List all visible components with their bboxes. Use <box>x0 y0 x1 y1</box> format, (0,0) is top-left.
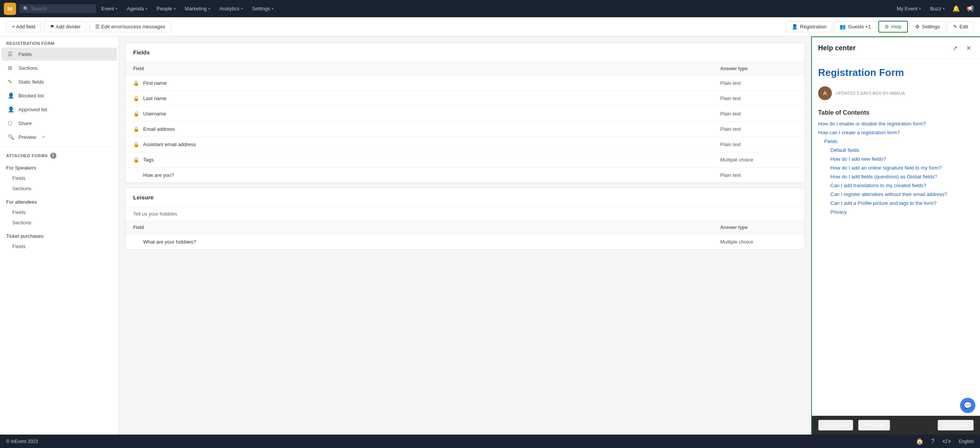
logout-button[interactable]: ⎋ ⎋ Logout <box>937 420 974 431</box>
gear-icon: ⚙ <box>915 24 920 30</box>
search-input[interactable] <box>31 6 85 12</box>
dash-button[interactable]: ⊞ ⊞ Dash <box>818 420 853 431</box>
author-updated-text: UPDATED 5 DAYS AGO BY AMALIA <box>836 91 905 96</box>
table-row[interactable]: 🔒 Assistant email address Plain text <box>125 137 805 152</box>
field-email: Email address <box>143 126 720 132</box>
field-how-are-you: How are you? <box>143 172 720 178</box>
help-button[interactable]: ⚙ Help <box>878 21 908 33</box>
sidebar-item-share[interactable]: ⬡ Share <box>2 117 117 130</box>
speakers-fields[interactable]: Fields <box>0 173 119 183</box>
edit-messages-button[interactable]: ☰ Edit error/success messages <box>89 21 171 32</box>
toc-link-1[interactable]: How do I enable or disable the registrat… <box>818 121 974 127</box>
table-row[interactable]: 🔒 Username Plain text <box>125 106 805 122</box>
blocked-list-icon: 👤 <box>8 92 15 99</box>
dash-icon: ⊞ <box>824 422 828 428</box>
answer-type-column-header: Answer type <box>720 66 797 71</box>
toc-link-9[interactable]: Can I register attendees without their e… <box>818 191 974 197</box>
sidebar-item-preview[interactable]: 🔍 Preview ↗ <box>2 130 117 143</box>
search-icon: 🔍 <box>23 6 29 12</box>
notification-bell-icon[interactable]: 🔔 <box>950 3 962 15</box>
lock-icon: 🔒 <box>133 111 139 117</box>
footer-edit-button[interactable]: ✎ ✎ Edit <box>858 420 890 431</box>
open-external-icon[interactable]: ↗ <box>949 43 960 53</box>
sidebar-item-blocked-list[interactable]: 👤 Blocked list <box>2 89 117 102</box>
toc-link-11[interactable]: Privacy <box>818 209 974 215</box>
table-row[interactable]: 🔒 How are you? Plain text <box>125 168 805 183</box>
nav-people[interactable]: People ▾ <box>153 4 179 13</box>
answer-type-tags: Multiple choice <box>720 157 797 163</box>
nav-marketing[interactable]: Marketing ▾ <box>181 4 214 13</box>
table-row[interactable]: 🔒 First name Plain text <box>125 76 805 91</box>
person-icon: 👤 <box>792 24 798 30</box>
people-icon: 👥 <box>840 24 846 30</box>
for-speakers-label: For Speakers <box>0 163 119 173</box>
language-selector[interactable]: English <box>959 439 974 444</box>
fields-form-section: Fields Field Answer type 🔒 First name Pl… <box>125 43 805 183</box>
field-assistant-email: Assistant email address <box>143 142 720 147</box>
toc-link-2[interactable]: How can I create a registration form? <box>818 130 974 135</box>
preview-icon: 🔍 <box>8 134 15 140</box>
answer-type-last-name: Plain text <box>720 96 797 101</box>
attendees-fields[interactable]: Fields <box>0 207 119 217</box>
chevron-down-icon: ▾ <box>208 7 210 11</box>
table-row[interactable]: 🔒 Last name Plain text <box>125 91 805 106</box>
field-last-name: Last name <box>143 96 720 101</box>
nav-event[interactable]: Event ▾ <box>97 4 121 13</box>
attendees-sections[interactable]: Sections <box>0 217 119 228</box>
chevron-down-icon: ▾ <box>174 7 176 11</box>
help-article-title: Registration Form <box>818 67 974 79</box>
toc-link-7[interactable]: How do I add fields (questions) as Globa… <box>818 174 974 180</box>
toc-link-3[interactable]: Fields <box>818 138 974 144</box>
logo[interactable]: ie <box>4 3 16 15</box>
toc-link-8[interactable]: Can I add translations to my created fie… <box>818 183 974 188</box>
lock-icon: 🔒 <box>133 142 139 147</box>
nav-my-event[interactable]: My Event ▾ <box>893 4 925 13</box>
ticket-purchases-label: Ticket purchases <box>0 231 119 241</box>
edit-button[interactable]: ✎ Edit <box>947 21 974 32</box>
fields-icon: ☰ <box>8 51 15 57</box>
help-panel-header: Help center ↗ ✕ <box>812 37 980 59</box>
table-row[interactable]: 🔒 What are your hobbies? Multiple choice <box>125 234 805 249</box>
code-icon[interactable]: </> <box>942 438 951 445</box>
sidebar-item-approved-list[interactable]: 👤 Approved list <box>2 103 117 116</box>
sidebar: REGISTRATION FORM ☰ Fields ⊞ Sections ✎ … <box>0 36 119 435</box>
attached-for-attendees: For attendees Fields Sections <box>0 195 119 229</box>
answer-type-first-name: Plain text <box>720 80 797 86</box>
home-icon[interactable]: 🏠 <box>916 438 924 445</box>
search-box[interactable]: 🔍 <box>19 4 96 13</box>
fields-table-header: Field Answer type <box>125 62 805 76</box>
settings-button[interactable]: ⚙ Settings <box>909 21 946 32</box>
sidebar-item-sections[interactable]: ⊞ Sections <box>2 61 117 74</box>
guests-button[interactable]: 👥 Guests +1 <box>834 21 877 32</box>
registration-button[interactable]: 👤 Registration <box>786 21 832 32</box>
answer-type-how-are-you: Plain text <box>720 172 797 178</box>
help-icon[interactable]: ? <box>931 438 935 445</box>
table-row[interactable]: 🔒 Tags Multiple choice <box>125 152 805 168</box>
add-field-button[interactable]: + Add field <box>6 21 41 32</box>
sidebar-item-fields[interactable]: ☰ Fields <box>2 48 117 61</box>
pencil-icon: ✎ <box>953 24 957 30</box>
table-row[interactable]: 🔒 Email address Plain text <box>125 122 805 137</box>
bottom-bar: ® InEvent 2023 🏠 ? </> English <box>0 435 980 448</box>
chat-bubble-button[interactable]: 💬 <box>960 398 975 413</box>
nav-buzz[interactable]: Buzz ▾ <box>926 4 949 13</box>
avatar: A <box>818 86 832 100</box>
add-divider-button[interactable]: ⚑ Add divider <box>44 21 86 32</box>
toc-link-6[interactable]: How do I add an online signature field t… <box>818 165 974 171</box>
toc-link-4[interactable]: Default fields <box>818 147 974 153</box>
top-navigation: ie 🔍 Event ▾ Agenda ▾ People ▾ Marketing… <box>0 0 980 17</box>
info-icon: i <box>50 153 56 159</box>
nav-analytics[interactable]: Analytics ▾ <box>216 4 247 13</box>
ticket-fields[interactable]: Fields <box>0 241 119 252</box>
toc-link-10[interactable]: Can I add a Profile picture and tags to … <box>818 200 974 206</box>
sidebar-item-static-fields[interactable]: ✎ Static fields <box>2 75 117 88</box>
nav-settings[interactable]: Settings ▾ <box>248 4 277 13</box>
nav-agenda[interactable]: Agenda ▾ <box>123 4 151 13</box>
alert-icon[interactable]: 📢 <box>964 3 976 15</box>
speakers-sections[interactable]: Sections <box>0 183 119 194</box>
toc-link-5[interactable]: How do I add new fields? <box>818 156 974 162</box>
close-icon[interactable]: ✕ <box>963 43 974 53</box>
leisure-table-header: Field Answer type <box>125 221 805 234</box>
chevron-down-icon: ▾ <box>145 7 147 11</box>
field-column-header2: Field <box>133 225 720 230</box>
